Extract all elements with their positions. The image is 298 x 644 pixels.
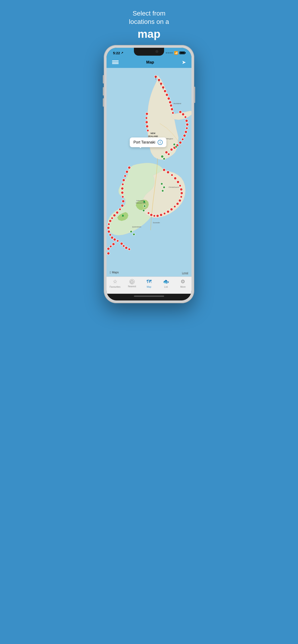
svg-point-22 (167, 97, 170, 100)
svg-point-35 (181, 138, 184, 140)
notch (134, 48, 164, 56)
svg-point-42 (145, 121, 148, 124)
svg-point-49 (173, 143, 175, 146)
battery-icon (179, 52, 185, 54)
svg-point-107 (107, 252, 110, 255)
svg-point-21 (165, 94, 168, 96)
svg-point-78 (179, 184, 181, 187)
callout-info-button[interactable]: i (158, 140, 163, 145)
svg-point-29 (184, 116, 187, 118)
svg-point-69 (109, 234, 111, 236)
svg-point-50 (175, 146, 177, 148)
svg-point-53 (124, 175, 126, 177)
svg-point-67 (107, 226, 110, 229)
svg-point-31 (186, 123, 189, 126)
svg-point-98 (130, 230, 132, 233)
svg-point-60 (121, 204, 124, 207)
svg-point-32 (186, 127, 188, 129)
svg-point-59 (122, 200, 125, 202)
map-view[interactable]: NEW ZEALAND Wellington Auckland Christch… (107, 68, 191, 276)
compass-icon[interactable]: ➤ (182, 59, 186, 65)
svg-point-92 (147, 212, 150, 214)
svg-text:Dunedin: Dunedin (153, 222, 160, 224)
svg-point-81 (180, 196, 182, 198)
svg-point-24 (170, 104, 172, 107)
svg-text:Christchurch: Christchurch (169, 186, 179, 188)
svg-point-30 (185, 120, 188, 122)
svg-point-93 (161, 183, 163, 185)
more-icon: ⚙ (181, 279, 185, 285)
svg-point-70 (111, 236, 114, 239)
tab-map[interactable]: 🗺 Map (140, 279, 157, 288)
svg-point-62 (116, 211, 119, 214)
svg-point-64 (111, 217, 113, 219)
nearest-icon: ⊙ (130, 279, 135, 284)
tab-favourites-label: Favourites (110, 286, 120, 288)
tab-favourites[interactable]: ☆ Favourites (107, 279, 123, 288)
tab-list[interactable]: 🐟 List (158, 279, 175, 288)
nav-title: Map (146, 60, 154, 65)
svg-point-75 (171, 174, 173, 176)
svg-point-94 (163, 186, 165, 188)
home-bar (134, 296, 164, 297)
svg-point-56 (121, 187, 124, 190)
svg-point-103 (128, 248, 130, 250)
tab-more[interactable]: ⚙ More (175, 279, 191, 288)
app-header: Select from locations on a map (115, 9, 183, 40)
apple-logo:  (110, 270, 111, 274)
svg-point-90 (153, 215, 155, 217)
svg-point-76 (174, 177, 177, 180)
svg-text:Auckland: Auckland (174, 102, 181, 104)
tab-map-label: Map (147, 286, 151, 288)
tab-list-label: List (164, 286, 168, 288)
tab-nearest-label: Nearest (128, 285, 136, 288)
svg-point-104 (112, 243, 115, 246)
svg-point-83 (176, 202, 179, 205)
svg-point-47 (161, 155, 164, 158)
svg-point-27 (179, 110, 182, 113)
svg-point-86 (167, 210, 169, 213)
home-indicator (107, 294, 191, 300)
port-taranaki-callout[interactable]: Port Taranaki i (130, 138, 166, 147)
svg-point-95 (162, 190, 164, 192)
wifi-icon: 📶 (174, 51, 178, 55)
svg-point-73 (163, 168, 165, 171)
svg-point-74 (167, 171, 169, 174)
svg-point-58 (122, 196, 124, 198)
svg-point-85 (170, 208, 173, 211)
svg-point-97 (143, 209, 145, 212)
svg-point-57 (121, 191, 124, 194)
battery-fill (180, 52, 184, 54)
svg-point-20 (164, 90, 166, 92)
header-subtitle: Select from locations on a (129, 9, 169, 26)
tab-nearest[interactable]: ⊙ Nearest (123, 279, 140, 288)
svg-point-34 (183, 134, 186, 137)
front-camera (155, 50, 158, 53)
tab-more-label: More (180, 286, 186, 288)
svg-point-40 (146, 112, 148, 115)
svg-point-88 (160, 214, 162, 216)
phone-inner: 5:22 ↗ 📶 (107, 48, 191, 300)
layers-icon[interactable] (112, 59, 119, 66)
apple-maps-watermark:  Maps (110, 270, 119, 274)
svg-point-71 (113, 238, 116, 241)
signal-strength (166, 52, 173, 54)
svg-point-99 (133, 233, 135, 236)
svg-point-100 (120, 242, 123, 245)
header-title: map (129, 28, 169, 40)
svg-point-44 (147, 129, 149, 132)
svg-point-102 (125, 246, 128, 249)
svg-point-43 (146, 125, 149, 128)
svg-point-36 (179, 141, 182, 144)
svg-point-82 (178, 199, 181, 202)
svg-point-106 (107, 247, 110, 250)
svg-point-72 (117, 240, 119, 242)
legal-link[interactable]: Legal (182, 272, 188, 274)
svg-text:🌲: 🌲 (143, 200, 146, 203)
svg-point-80 (180, 192, 183, 194)
svg-point-96 (143, 205, 146, 207)
svg-text:NEW: NEW (151, 132, 156, 134)
svg-point-54 (122, 179, 125, 182)
svg-point-87 (163, 212, 166, 215)
svg-point-84 (174, 206, 176, 208)
